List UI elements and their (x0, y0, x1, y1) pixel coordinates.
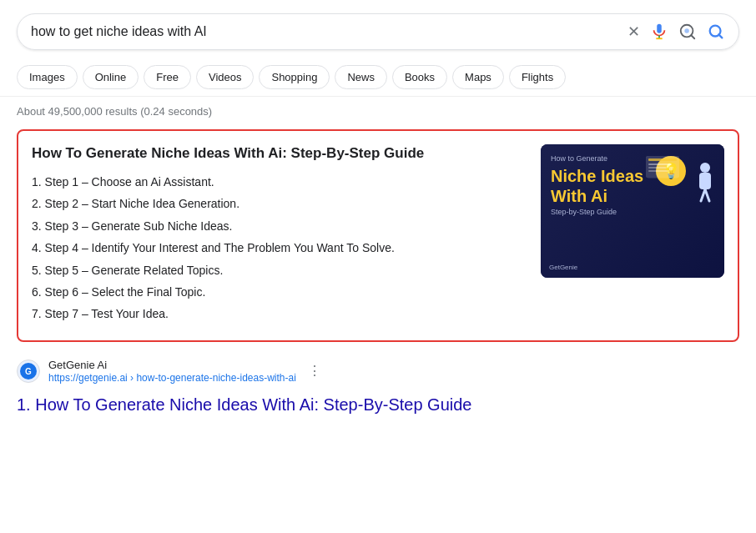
search-bar: ✕ (17, 13, 739, 50)
tab-online[interactable]: Online (83, 65, 139, 89)
svg-rect-7 (699, 173, 711, 189)
list-item: 4. Step 4 – Identify Your Interest and T… (32, 239, 527, 257)
svg-point-6 (700, 163, 710, 173)
list-item: 5. Step 5 – Generate Related Topics. (32, 261, 527, 279)
list-item: 2. Step 2 – Start Niche Idea Generation. (32, 194, 527, 213)
search-submit-icon[interactable] (707, 23, 725, 41)
svg-rect-12 (648, 163, 672, 165)
list-item: 6. Step 6 – Select the Final Topic. (32, 283, 527, 301)
search-input[interactable] (31, 24, 619, 39)
image-search-icon[interactable] (678, 23, 697, 41)
svg-rect-14 (648, 170, 670, 172)
result-title-link[interactable]: 1. How To Generate Niche Ideas With Ai: … (17, 395, 471, 414)
clear-search-icon[interactable]: ✕ (627, 23, 640, 41)
tab-free[interactable]: Free (144, 65, 191, 89)
tab-videos[interactable]: Videos (196, 65, 255, 89)
svg-point-2 (684, 28, 689, 33)
snippet-thumbnail[interactable]: How to Generate Niche IdeasWith Ai Step-… (541, 144, 724, 278)
thumbnail-brand: GetGenie (549, 264, 577, 271)
source-url[interactable]: https://getgenie.ai › how-to-generate-ni… (48, 372, 296, 384)
source-favicon: G (17, 360, 40, 383)
result-link-row: 1. How To Generate Niche Ideas With Ai: … (0, 389, 756, 418)
svg-rect-0 (657, 24, 662, 33)
search-icons-group: ✕ (627, 23, 725, 41)
svg-rect-11 (648, 158, 677, 161)
tab-maps[interactable]: Maps (452, 65, 504, 89)
filter-tabs-bar: Images Online Free Videos Shopping News … (0, 58, 756, 97)
source-more-options[interactable]: ⋮ (308, 363, 321, 379)
snippet-content: How To Generate Niche Ideas With Ai: Ste… (32, 144, 527, 327)
snippet-steps-list: 1. Step 1 – Choose an Ai Assistant. 2. S… (32, 173, 527, 324)
results-count: About 49,500,000 results (0.24 seconds) (0, 97, 756, 124)
thumbnail-inner: How to Generate Niche IdeasWith Ai Step-… (541, 144, 724, 278)
snippet-title: How To Generate Niche Ideas With Ai: Ste… (32, 144, 527, 163)
thumbnail-subtitle: Step-by-Step Guide (551, 208, 714, 216)
tab-images[interactable]: Images (17, 65, 78, 89)
list-item: 7. Step 7 – Test Your Idea. (32, 304, 527, 323)
tab-shopping[interactable]: Shopping (259, 65, 330, 89)
voice-search-icon[interactable] (650, 23, 668, 41)
source-name: GetGenie Ai (48, 359, 296, 371)
tab-flights[interactable]: Flights (509, 65, 566, 89)
list-item: 3. Step 3 – Generate Sub Niche Ideas. (32, 217, 527, 235)
list-item: 1. Step 1 – Choose an Ai Assistant. (32, 173, 527, 191)
tab-news[interactable]: News (335, 65, 387, 89)
svg-text:G: G (25, 367, 32, 376)
svg-line-9 (705, 189, 709, 201)
featured-snippet-card: How To Generate Niche Ideas With Ai: Ste… (17, 129, 739, 342)
tab-books[interactable]: Books (392, 65, 447, 89)
source-info: GetGenie Ai https://getgenie.ai › how-to… (48, 359, 296, 384)
source-row: G GetGenie Ai https://getgenie.ai › how-… (0, 354, 756, 389)
thumbnail-screen-decoration (646, 156, 679, 186)
search-bar-area: ✕ (0, 0, 756, 58)
svg-rect-13 (648, 167, 667, 168)
